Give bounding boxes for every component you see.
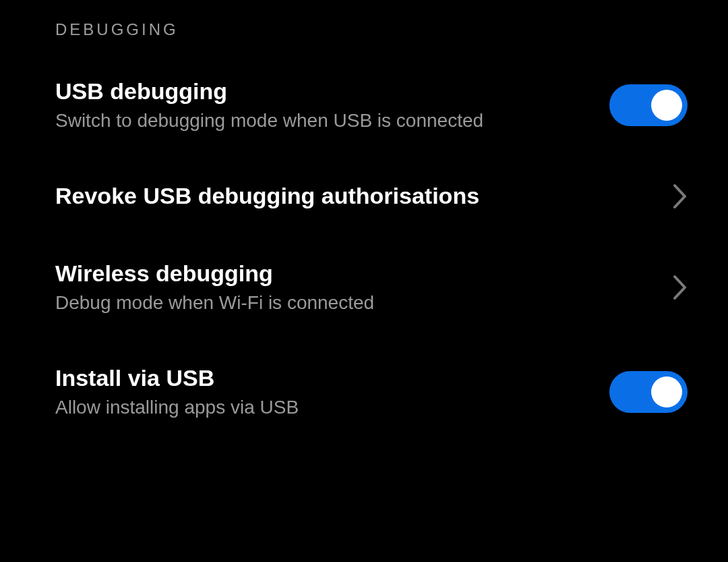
- setting-text: Install via USB Allow installing apps vi…: [55, 365, 299, 418]
- setting-item-revoke-usb-auth[interactable]: Revoke USB debugging authorisations: [0, 157, 728, 235]
- usb-debugging-toggle[interactable]: [609, 84, 688, 126]
- chevron-right-icon: [673, 275, 688, 300]
- setting-item-usb-debugging[interactable]: USB debugging Switch to debugging mode w…: [0, 53, 728, 157]
- setting-subtitle: Allow installing apps via USB: [55, 397, 299, 418]
- setting-text: Wireless debugging Debug mode when Wi-Fi…: [55, 260, 374, 314]
- setting-subtitle: Switch to debugging mode when USB is con…: [55, 110, 483, 132]
- setting-title: Wireless debugging: [55, 260, 374, 287]
- setting-item-wireless-debugging[interactable]: Wireless debugging Debug mode when Wi-Fi…: [0, 235, 728, 339]
- chevron-right-icon: [673, 184, 688, 209]
- toggle-thumb: [651, 90, 682, 121]
- install-via-usb-toggle[interactable]: [609, 371, 688, 413]
- setting-title: Install via USB: [55, 365, 299, 391]
- setting-text: USB debugging Switch to debugging mode w…: [55, 78, 483, 132]
- setting-text: Revoke USB debugging authorisations: [55, 183, 479, 209]
- setting-item-install-via-usb[interactable]: Install via USB Allow installing apps vi…: [0, 339, 728, 444]
- setting-title: USB debugging: [55, 78, 483, 105]
- setting-title: Revoke USB debugging authorisations: [55, 183, 479, 209]
- setting-subtitle: Debug mode when Wi-Fi is connected: [55, 292, 374, 314]
- settings-list: USB debugging Switch to debugging mode w…: [0, 53, 728, 444]
- section-header: DEBUGGING: [0, 0, 728, 53]
- toggle-thumb: [651, 376, 682, 408]
